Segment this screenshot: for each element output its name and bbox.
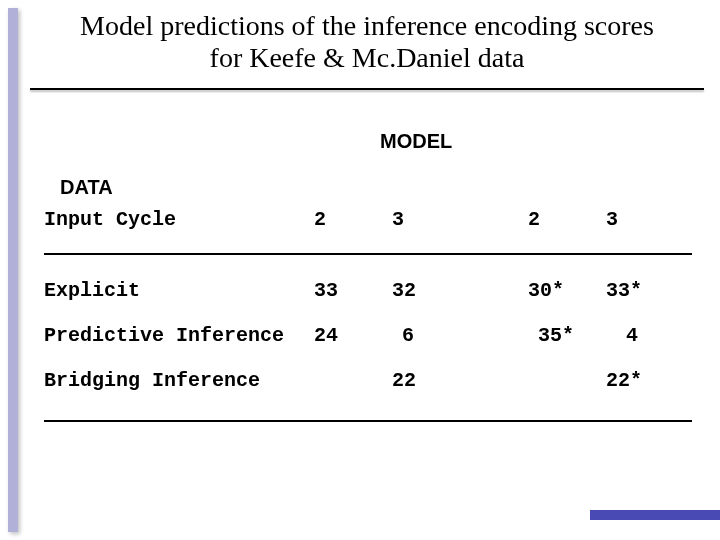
- cell: 35*: [538, 324, 616, 347]
- table-header-row: Input Cycle 2 3 2 3: [44, 208, 692, 231]
- cell: 33*: [606, 279, 684, 302]
- cell: 30*: [528, 279, 606, 302]
- slide-title: Model predictions of the inference encod…: [30, 10, 704, 74]
- data-table: Input Cycle 2 3 2 3 Explicit 33 32 30* 3…: [44, 208, 692, 446]
- table-divider-bottom: [44, 420, 692, 422]
- col-header: 3: [392, 208, 470, 231]
- col-header: 2: [528, 208, 606, 231]
- col-header: 2: [314, 208, 392, 231]
- title-underline: [30, 88, 704, 90]
- slide: Model predictions of the inference encod…: [0, 0, 720, 540]
- row-label: Predictive Inference: [44, 324, 314, 347]
- cell: 6: [392, 324, 480, 347]
- table-row: Explicit 33 32 30* 33*: [44, 279, 692, 302]
- row-label: Bridging Inference: [44, 369, 314, 392]
- cell: 32: [392, 279, 470, 302]
- left-accent-bar: [8, 8, 18, 532]
- cell: 33: [314, 279, 392, 302]
- cell: 22*: [606, 369, 684, 392]
- cell: 24: [314, 324, 392, 347]
- bottom-right-accent: [590, 510, 720, 520]
- cell: 22: [392, 369, 470, 392]
- col-header: 3: [606, 208, 684, 231]
- header-label: Input Cycle: [44, 208, 314, 231]
- cell: 4: [616, 324, 704, 347]
- row-label: Explicit: [44, 279, 314, 302]
- table-row: Predictive Inference 24 6 35* 4: [44, 324, 692, 347]
- table-row: Bridging Inference 22 22*: [44, 369, 692, 392]
- title-line-1: Model predictions of the inference encod…: [30, 10, 704, 42]
- data-heading: DATA: [60, 176, 113, 199]
- model-heading: MODEL: [380, 130, 452, 153]
- table-divider-top: [44, 253, 692, 255]
- title-line-2: for Keefe & Mc.Daniel data: [30, 42, 704, 74]
